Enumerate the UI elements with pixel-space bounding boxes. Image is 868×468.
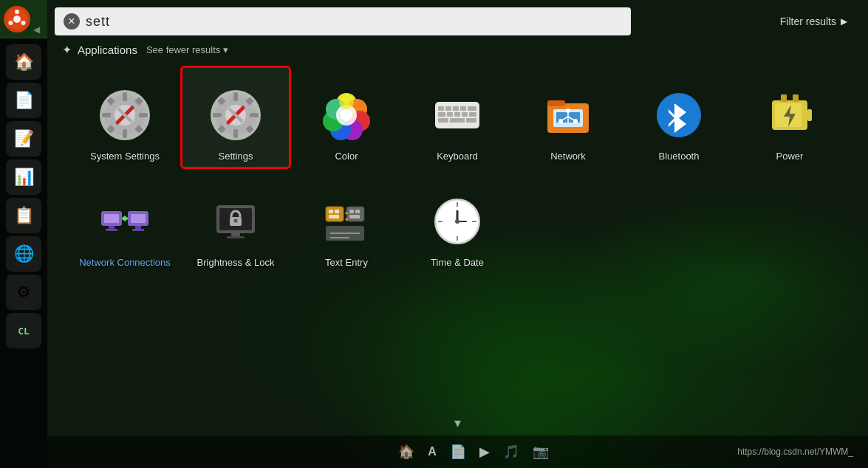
applications-section: ✦ Applications See fewer results ▾ (47, 40, 868, 275)
app-label-bluetooth: Bluetooth (659, 151, 700, 162)
app-icon-settings (206, 86, 265, 145)
app-item-power[interactable]: Power (734, 66, 845, 169)
svg-rect-49 (454, 112, 460, 117)
svg-rect-72 (104, 214, 119, 223)
app-label-power: Power (776, 151, 804, 162)
section-title: Applications (78, 44, 137, 56)
dock: ◀ 🏠 📄 📝 📊 📋 🌐 ⚙ CL (0, 0, 47, 468)
svg-point-39 (339, 94, 354, 109)
svg-rect-95 (355, 210, 360, 213)
svg-rect-48 (447, 112, 453, 117)
svg-point-2 (15, 10, 19, 14)
svg-rect-90 (329, 210, 333, 213)
app-item-brightness-lock[interactable]: Brightness & Lock (180, 172, 291, 275)
svg-rect-67 (807, 109, 812, 121)
app-icon-network (539, 86, 598, 145)
dock-item-document[interactable]: 📋 (6, 198, 41, 233)
svg-rect-89 (326, 207, 344, 221)
svg-rect-56 (547, 100, 565, 106)
app-label-network-connections: Network Connections (79, 257, 171, 268)
app-icon-time-date (428, 192, 487, 251)
app-item-text-entry[interactable]: Text Entry (291, 172, 402, 275)
svg-rect-70 (793, 94, 799, 102)
bottom-icon-photos[interactable]: 📷 (533, 444, 549, 460)
search-bar[interactable]: sett (55, 7, 631, 35)
svg-rect-53 (450, 118, 465, 123)
dock-item-settings[interactable]: ⚙ (6, 275, 41, 310)
svg-rect-46 (468, 106, 476, 111)
ubuntu-logo[interactable] (4, 6, 30, 32)
app-item-time-date[interactable]: Time & Date (402, 172, 513, 275)
filter-results-label: Filter results (780, 16, 836, 27)
svg-rect-94 (349, 210, 354, 213)
app-label-network: Network (550, 151, 586, 162)
app-icon-color (317, 86, 376, 145)
dock-item-home[interactable]: 🏠 (6, 44, 41, 80)
dock-item-files[interactable]: 📄 (6, 83, 41, 118)
app-item-settings[interactable]: Settings (180, 66, 291, 169)
app-item-network-connections[interactable]: Network Connections (69, 172, 180, 275)
filter-results-button[interactable]: Filter results ▶ (774, 13, 853, 30)
svg-rect-44 (453, 106, 459, 111)
svg-rect-96 (349, 215, 360, 218)
bottom-url: https://blog.csdn.net/YMWM_ (737, 447, 853, 457)
app-item-system-settings[interactable]: System Settings (69, 66, 180, 169)
dock-item-terminal[interactable]: CL (6, 313, 41, 348)
app-item-network[interactable]: Network (513, 66, 623, 169)
search-input-text[interactable]: sett (86, 14, 622, 30)
filter-results-arrow: ▶ (841, 16, 847, 27)
bottom-icon-files[interactable]: 📄 (450, 444, 466, 460)
svg-rect-52 (438, 118, 448, 123)
see-fewer-button[interactable]: See fewer results ▾ (146, 44, 228, 55)
dock-item-text-editor[interactable]: 📝 (6, 121, 41, 156)
app-icon-keyboard (428, 86, 487, 145)
bottom-icon-apps[interactable]: A (428, 445, 437, 458)
app-label-text-entry: Text Entry (325, 257, 368, 268)
section-icon: ✦ (62, 43, 72, 57)
svg-rect-77 (135, 226, 141, 229)
scroll-down-arrow[interactable]: ▾ (454, 415, 461, 431)
svg-rect-91 (335, 210, 339, 213)
app-label-keyboard: Keyboard (437, 151, 478, 162)
app-icon-power (760, 86, 819, 145)
search-clear-button[interactable] (64, 13, 80, 30)
app-icon-system-settings (95, 86, 154, 145)
app-icon-brightness-lock (206, 192, 265, 251)
svg-rect-20 (233, 92, 238, 101)
svg-point-108 (455, 219, 459, 224)
see-fewer-arrow: ▾ (223, 44, 228, 55)
svg-rect-47 (438, 112, 445, 117)
svg-point-3 (21, 21, 25, 25)
dock-top: ◀ (0, 0, 47, 38)
svg-rect-22 (213, 113, 222, 117)
svg-rect-54 (466, 118, 476, 123)
bottom-icons: 🏠 A 📄 ▶ 🎵 📷 (210, 444, 737, 460)
app-label-settings: Settings (219, 151, 253, 162)
app-item-keyboard[interactable]: Keyboard (402, 66, 513, 169)
bottom-icon-video[interactable]: ▶ (479, 444, 490, 460)
svg-rect-45 (460, 106, 466, 111)
dock-items-list: 🏠 📄 📝 📊 📋 🌐 ⚙ CL (6, 38, 41, 468)
dock-item-browser[interactable]: 🌐 (6, 236, 41, 272)
svg-rect-92 (329, 215, 339, 218)
svg-point-40 (341, 109, 352, 121)
svg-rect-78 (132, 229, 144, 231)
bottom-bar: 🏠 A 📄 ▶ 🎵 📷 https://blog.csdn.net/YMWM_ (47, 436, 868, 468)
app-label-color: Color (335, 151, 358, 162)
svg-rect-42 (438, 106, 444, 111)
app-label-brightness-lock: Brightness & Lock (197, 257, 275, 268)
app-item-bluetooth[interactable]: Bluetooth (623, 66, 734, 169)
svg-rect-21 (233, 129, 238, 138)
svg-rect-51 (469, 112, 476, 117)
app-item-color[interactable]: Color (291, 66, 402, 169)
svg-rect-43 (445, 106, 451, 111)
bottom-icon-home[interactable]: 🏠 (398, 444, 414, 460)
svg-rect-9 (102, 113, 111, 117)
svg-rect-7 (123, 92, 127, 101)
section-header: ✦ Applications See fewer results ▾ (62, 43, 853, 57)
dock-collapse-arrow[interactable]: ◀ (30, 21, 43, 38)
app-label-system-settings: System Settings (90, 151, 160, 162)
see-fewer-label: See fewer results (146, 44, 220, 55)
bottom-icon-music[interactable]: 🎵 (503, 444, 519, 460)
dock-item-spreadsheet[interactable]: 📊 (6, 159, 41, 195)
